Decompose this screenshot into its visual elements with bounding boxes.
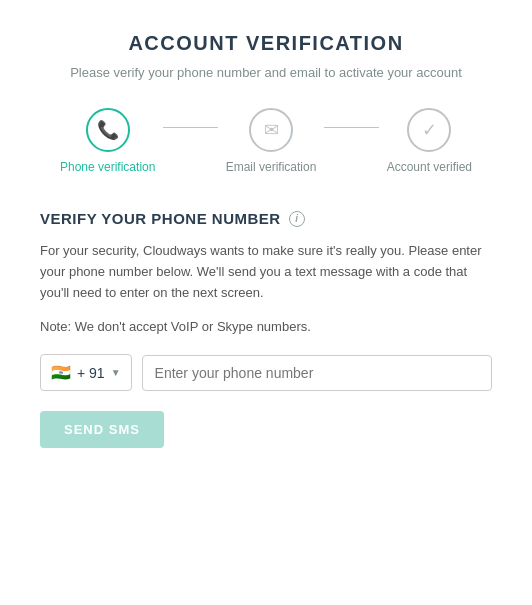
step-verified-label: Account verified (387, 160, 472, 174)
step-connector-1 (163, 127, 217, 128)
section-note: Note: We don't accept VoIP or Skype numb… (40, 319, 492, 334)
page-container: ACCOUNT VERIFICATION Please verify your … (0, 0, 532, 480)
country-selector[interactable]: 🇮🇳 + 91 ▼ (40, 354, 132, 391)
info-icon[interactable]: i (289, 211, 305, 227)
email-icon: ✉ (264, 119, 279, 141)
step-connector-2 (324, 127, 378, 128)
page-title: ACCOUNT VERIFICATION (40, 32, 492, 55)
phone-icon: 📞 (97, 119, 119, 141)
check-icon: ✓ (422, 119, 437, 141)
section-description: For your security, Cloudways wants to ma… (40, 241, 492, 303)
section-title-row: VERIFY YOUR PHONE NUMBER i (40, 210, 492, 227)
step-email-circle: ✉ (249, 108, 293, 152)
step-email: ✉ Email verification (226, 108, 317, 174)
section-title-text: VERIFY YOUR PHONE NUMBER (40, 210, 281, 227)
header: ACCOUNT VERIFICATION Please verify your … (40, 32, 492, 80)
phone-number-input[interactable] (142, 355, 492, 391)
stepper: 📞 Phone verification ✉ Email verificatio… (40, 108, 492, 174)
send-sms-button[interactable]: SEND SMS (40, 411, 164, 448)
step-phone-circle: 📞 (86, 108, 130, 152)
phone-input-row: 🇮🇳 + 91 ▼ (40, 354, 492, 391)
country-code: + 91 (77, 365, 105, 381)
step-verified-circle: ✓ (407, 108, 451, 152)
step-phone-label: Phone verification (60, 160, 155, 174)
step-email-label: Email verification (226, 160, 317, 174)
header-subtitle: Please verify your phone number and emai… (40, 65, 492, 80)
chevron-down-icon: ▼ (111, 367, 121, 378)
step-phone: 📞 Phone verification (60, 108, 155, 174)
flag-icon: 🇮🇳 (51, 363, 71, 382)
step-verified: ✓ Account verified (387, 108, 472, 174)
